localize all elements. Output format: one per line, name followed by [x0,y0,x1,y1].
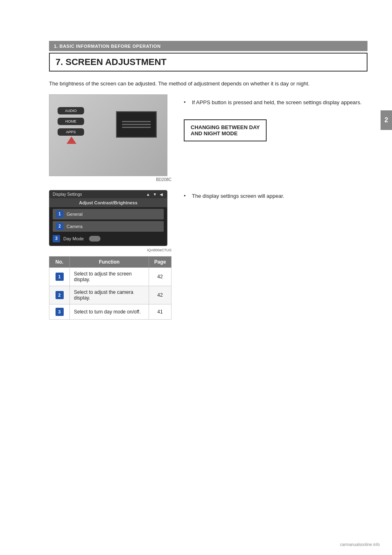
main-content: 1. BASIC INFORMATION BEFORE OPERATION 7.… [49,0,368,328]
audio-button-img: AUDIO [58,107,84,114]
table-row: 1 Select to adjust the screen display. 4… [49,267,172,286]
screen-line-1 [122,121,151,122]
fn-page-2: 42 [149,286,172,304]
screen-display-img [116,111,157,138]
table-row: 3 Select to turn day mode on/off. 41 [49,304,172,319]
fn-page-1: 42 [149,267,172,286]
first-two-col: AUDIO HOME APPS [49,94,368,182]
ds-row-1: 1 General [53,209,164,219]
bullet-text-1: If APPS button is pressed and held, the … [184,98,368,107]
ds-icons: ▲ ▼ ◀ [146,192,164,197]
home-label: HOME [65,119,76,123]
screen-lines [122,121,151,128]
ds-subtitle: Adjust Contrast/Brightness [49,198,167,207]
fn-function-2: Select to adjust the camera display. [70,286,149,304]
day-night-mode-box: CHANGING BETWEEN DAY AND NIGHT MODE [184,119,267,141]
bottom-watermark: carmanualsonline.info [340,542,380,547]
ds-num-3: 3 [53,235,60,242]
second-section: Display Settings ▲ ▼ ◀ Adjust Contrast/B… [49,190,368,328]
page-container: 2 1. BASIC INFORMATION BEFORE OPERATION … [0,0,392,555]
ds-toggle [89,236,100,242]
bullet-text-2: The display settings screen will appear. [184,192,368,200]
table-row: 2 Select to adjust the camera display. 4… [49,286,172,304]
car-image-inner: AUDIO HOME APPS [49,95,167,176]
ds-title: Display Settings [53,192,82,197]
display-settings-screen: Display Settings ▲ ▼ ◀ Adjust Contrast/B… [49,190,167,246]
right-col-2: The display settings screen will appear. [184,190,368,205]
ds-num-2: 2 [56,223,63,230]
apps-button-img: APPS [58,128,84,136]
col-header-function: Function [70,256,149,267]
image-1-caption: BD208C [49,177,172,182]
screen-line-3 [122,127,151,128]
fn-num-badge-2: 2 [56,291,64,299]
ds-topbar: Display Settings ▲ ▼ ◀ [49,190,167,198]
day-night-line-2: AND NIGHT MODE [191,130,260,137]
screen-line-2 [122,124,151,125]
fn-no-3: 3 [49,304,70,319]
fn-function-1: Select to adjust the screen display. [70,267,149,286]
section-title: 7. SCREEN ADJUSTMENT [56,57,167,67]
apps-label: APPS [66,130,76,134]
left-col-2: Display Settings ▲ ▼ ◀ Adjust Contrast/B… [49,190,172,328]
image-2-caption: IQA800eCTUS [49,248,172,252]
intro-paragraph-1: The brightness of the screen can be adju… [49,80,368,88]
breadcrumb-text: 1. BASIC INFORMATION BEFORE OPERATION [54,44,160,49]
right-col-1: If APPS button is pressed and held, the … [184,94,368,182]
home-button-img: HOME [58,118,84,125]
fn-page-3: 41 [149,304,172,319]
section-title-bar: 7. SCREEN ADJUSTMENT [49,53,368,72]
fn-function-3: Select to turn day mode on/off. [70,304,149,319]
ds-label-2: Camera [67,224,82,229]
ds-row-2: 2 Camera [53,221,164,232]
section-number: 2 [385,116,388,123]
second-two-col: Display Settings ▲ ▼ ◀ Adjust Contrast/B… [49,190,368,328]
ds-num-1: 1 [56,210,63,218]
section-number-tab: 2 [381,110,392,130]
ds-daymode-label: Day Mode [63,236,84,241]
breadcrumb-bar: 1. BASIC INFORMATION BEFORE OPERATION [49,41,368,51]
ds-label-1: General [67,212,82,217]
fn-num-badge-3: 3 [56,308,64,316]
fn-num-badge-1: 1 [56,273,64,281]
table-body: 1 Select to adjust the screen display. 4… [49,267,172,319]
arrow-up-icon [67,137,76,144]
audio-label: AUDIO [65,109,77,113]
ds-bottom-row: 3 Day Mode [49,233,167,246]
function-table: No. Function Page 1 Select to adjust the… [49,256,172,320]
table-head: No. Function Page [49,256,172,267]
table-header-row: No. Function Page [49,256,172,267]
day-night-line-1: CHANGING BETWEEN DAY [191,124,260,130]
col-header-no: No. [49,256,70,267]
car-dashboard-image: AUDIO HOME APPS [49,94,167,176]
left-col-1: AUDIO HOME APPS [49,94,172,182]
fn-no-2: 2 [49,286,70,304]
dashboard-buttons: AUDIO HOME APPS [58,107,84,136]
watermark-text: carmanualsonline.info [340,542,380,547]
col-header-page: Page [149,256,172,267]
fn-no-1: 1 [49,267,70,286]
